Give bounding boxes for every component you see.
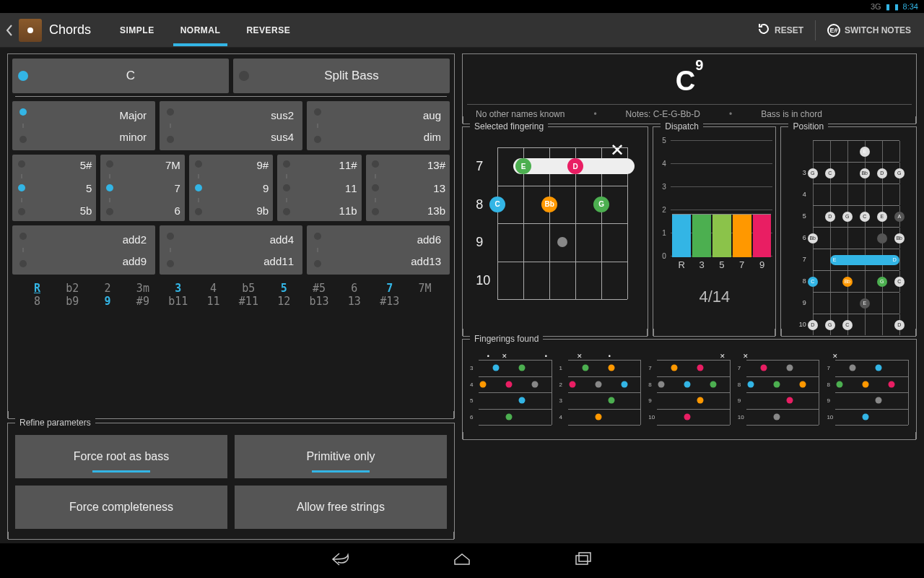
- chord-base: C: [676, 66, 695, 96]
- battery-icon: ▮: [894, 2, 899, 12]
- fingerings-legend: Fingerings found: [470, 334, 543, 344]
- root-note-selector[interactable]: C: [12, 59, 229, 93]
- fret-dot-C: C: [489, 197, 505, 212]
- fingering-3[interactable]: ✕78910: [736, 353, 821, 432]
- ext-selector-1[interactable]: 7M76: [100, 155, 184, 221]
- recents-nav-icon[interactable]: [573, 551, 593, 570]
- fingering-0[interactable]: •✕•3456: [468, 353, 554, 432]
- neck-position-diagram[interactable]: E3GCBbDG45DGCEA6BbBb7ED8CBbGC9E10DGCD: [798, 140, 899, 328]
- aug-dim-selector[interactable]: aug dim: [307, 101, 450, 150]
- interval-11[interactable]: 11: [196, 295, 231, 308]
- app-bar: Chords SIMPLE NORMAL REVERSE RESET E# SW…: [0, 13, 924, 48]
- split-bass-selector[interactable]: Split Bass: [233, 59, 450, 93]
- refine-btn-2[interactable]: Force completeness: [15, 486, 227, 529]
- add-selector-1[interactable]: add4add11: [160, 225, 302, 275]
- interval-[interactable]: [407, 295, 443, 308]
- android-navbar: [0, 543, 924, 578]
- fingering-4[interactable]: ✕78910: [825, 353, 910, 432]
- tab-normal[interactable]: NORMAL: [169, 15, 232, 46]
- fretboard-diagram[interactable]: ✕ 78910EDCBbG: [476, 140, 635, 306]
- option-sus4: sus4: [180, 131, 294, 143]
- interval-5[interactable]: 5: [266, 282, 302, 295]
- switch-notes-button[interactable]: E# SWITCH NOTES: [820, 18, 918, 43]
- tab-simple[interactable]: SIMPLE: [108, 15, 166, 46]
- reset-label: RESET: [775, 25, 803, 35]
- svg-rect-0: [576, 556, 588, 564]
- dispatch-chart: 543210 R3579 4/14: [658, 140, 771, 285]
- alt-names: No other names known: [476, 109, 565, 119]
- interval-13[interactable]: 13: [336, 295, 372, 308]
- interval-9[interactable]: 9: [90, 295, 126, 308]
- switch-label: SWITCH NOTES: [845, 25, 911, 35]
- interval-8[interactable]: 8: [19, 295, 55, 308]
- option-dim: dim: [327, 131, 441, 143]
- option-aug: aug: [327, 109, 441, 121]
- interval-12[interactable]: 12: [266, 295, 302, 308]
- interval-b2[interactable]: b2: [55, 282, 90, 295]
- signal-icon: ▮: [886, 2, 890, 12]
- fret-dot-Bb: Bb: [541, 197, 557, 212]
- svg-rect-1: [579, 553, 590, 561]
- reset-button[interactable]: RESET: [750, 17, 811, 43]
- interval-3m[interactable]: 3m: [125, 282, 160, 295]
- root-note-label: C: [38, 69, 223, 83]
- bass-info: Bass is in chord: [761, 109, 822, 119]
- refine-btn-3[interactable]: Allow free strings: [235, 486, 447, 529]
- option-minor: minor: [32, 131, 147, 143]
- net-label: 3G: [871, 2, 881, 11]
- interval-7M[interactable]: 7M: [407, 282, 443, 295]
- radio-on-icon: [18, 71, 28, 81]
- add-selector-0[interactable]: add2add9: [12, 225, 155, 275]
- fingering-2[interactable]: ✕78910: [647, 353, 732, 432]
- selected-fingering-legend: Selected fingering: [470, 121, 548, 131]
- fingering-1[interactable]: ✕•1234: [558, 353, 643, 432]
- split-bass-label: Split Bass: [259, 69, 444, 83]
- fret-dot-D: D: [567, 158, 583, 174]
- fret-dot-E: E: [515, 158, 531, 174]
- reset-icon: [757, 22, 770, 38]
- interval-4[interactable]: 4: [196, 282, 231, 295]
- radio-off-icon: [239, 71, 249, 81]
- refine-btn-0[interactable]: Force root as bass: [15, 435, 227, 478]
- interval-b13[interactable]: b13: [302, 295, 337, 308]
- home-nav-icon[interactable]: [452, 551, 472, 570]
- chord-sup: 9: [695, 57, 703, 73]
- interval-b5[interactable]: b5: [231, 282, 266, 295]
- sus-selector[interactable]: sus2 sus4: [160, 101, 302, 150]
- interval-#13[interactable]: #13: [372, 295, 407, 308]
- interval-7[interactable]: 7: [372, 282, 407, 295]
- ext-selector-2[interactable]: 9#99b: [189, 155, 273, 221]
- chord-name: C9: [467, 59, 912, 104]
- ext-selector-3[interactable]: 11#1111b: [277, 155, 361, 221]
- refine-btn-1[interactable]: Primitive only: [235, 435, 447, 478]
- interval-R[interactable]: R: [19, 282, 55, 295]
- dispatch-panel: Dispatch 543210 R3579 4/14: [653, 126, 776, 336]
- back-nav-icon[interactable]: [331, 551, 351, 570]
- divider: [15, 96, 447, 97]
- page-title: Chords: [49, 22, 91, 38]
- interval-6[interactable]: 6: [336, 282, 372, 295]
- interval-#9[interactable]: #9: [125, 295, 160, 308]
- back-icon[interactable]: [6, 22, 14, 39]
- interval-b9[interactable]: b9: [55, 295, 90, 308]
- fret-dot-G: G: [593, 197, 609, 212]
- dispatch-count[interactable]: 4/14: [658, 288, 771, 306]
- app-logo-icon[interactable]: [19, 19, 42, 42]
- selected-fingering-panel: Selected fingering ✕ 78910EDCBbG: [462, 126, 648, 336]
- tab-reverse[interactable]: REVERSE: [235, 15, 302, 46]
- interval-3[interactable]: 3: [160, 282, 196, 295]
- interval-b11[interactable]: b11: [160, 295, 196, 308]
- clock: 8:34: [903, 2, 918, 11]
- interval-#5[interactable]: #5: [302, 282, 337, 295]
- ext-selector-0[interactable]: 5#55b: [12, 155, 96, 221]
- quality-selector[interactable]: Major minor: [12, 101, 155, 150]
- interval-#11[interactable]: #11: [231, 295, 266, 308]
- add-selector-2[interactable]: add6add13: [307, 225, 450, 275]
- ext-selector-4[interactable]: 13#1313b: [366, 155, 450, 221]
- option-sus2: sus2: [180, 109, 294, 121]
- interval-2[interactable]: 2: [90, 282, 126, 295]
- option-major: Major: [32, 109, 147, 121]
- chord-builder-panel: C Split Bass Major minor: [7, 53, 455, 418]
- dispatch-legend: Dispatch: [661, 121, 703, 131]
- android-statusbar: 3G ▮ ▮ 8:34: [0, 0, 924, 13]
